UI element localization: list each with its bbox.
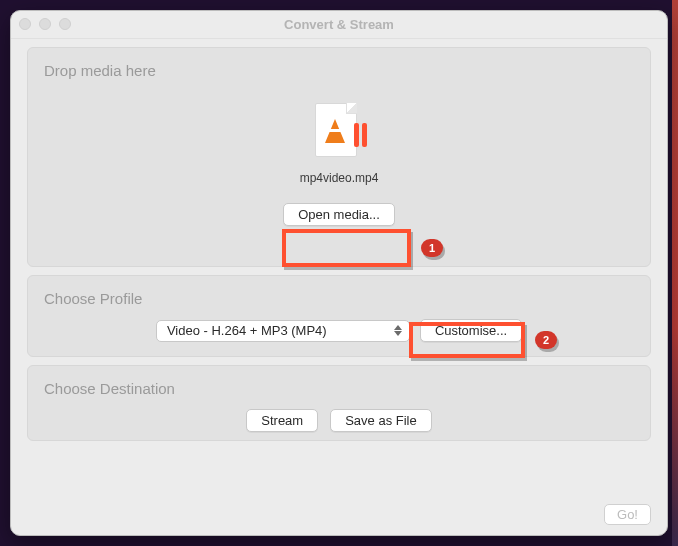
updown-icon xyxy=(391,325,405,336)
media-filename: mp4video.mp4 xyxy=(300,171,379,185)
open-media-button[interactable]: Open media... xyxy=(283,203,395,226)
choose-destination-heading: Choose Destination xyxy=(28,366,650,397)
titlebar: Convert & Stream xyxy=(11,11,667,39)
save-as-file-button[interactable]: Save as File xyxy=(330,409,432,432)
profile-select[interactable]: Video - H.264 + MP3 (MP4) xyxy=(156,320,410,342)
window-title: Convert & Stream xyxy=(284,17,394,32)
drop-media-panel[interactable]: Drop media here mp4video.mp4 Open media.… xyxy=(27,47,651,267)
destination-row: Stream Save as File xyxy=(28,409,650,432)
customise-button[interactable]: Customise... xyxy=(420,319,522,342)
desktop-edge xyxy=(672,0,678,546)
footer: Go! xyxy=(604,504,651,525)
close-icon[interactable] xyxy=(19,18,31,30)
convert-stream-window: Convert & Stream Drop media here mp4vide… xyxy=(10,10,668,536)
choose-profile-heading: Choose Profile xyxy=(28,276,650,307)
window-controls[interactable] xyxy=(19,18,71,30)
media-file-icon xyxy=(315,103,363,161)
stream-button[interactable]: Stream xyxy=(246,409,318,432)
vlc-cone-icon xyxy=(325,119,345,143)
content: Drop media here mp4video.mp4 Open media.… xyxy=(11,39,667,441)
minimize-icon[interactable] xyxy=(39,18,51,30)
choose-profile-panel: Choose Profile Video - H.264 + MP3 (MP4)… xyxy=(27,275,651,357)
zoom-icon[interactable] xyxy=(59,18,71,30)
go-button[interactable]: Go! xyxy=(604,504,651,525)
drop-media-heading: Drop media here xyxy=(28,48,156,79)
open-media-wrap: Open media... xyxy=(273,197,405,232)
choose-destination-panel: Choose Destination Stream Save as File xyxy=(27,365,651,441)
profile-selected-value: Video - H.264 + MP3 (MP4) xyxy=(167,323,327,338)
pause-overlay-icon xyxy=(354,123,367,147)
profile-row: Video - H.264 + MP3 (MP4) Customise... xyxy=(28,319,650,342)
